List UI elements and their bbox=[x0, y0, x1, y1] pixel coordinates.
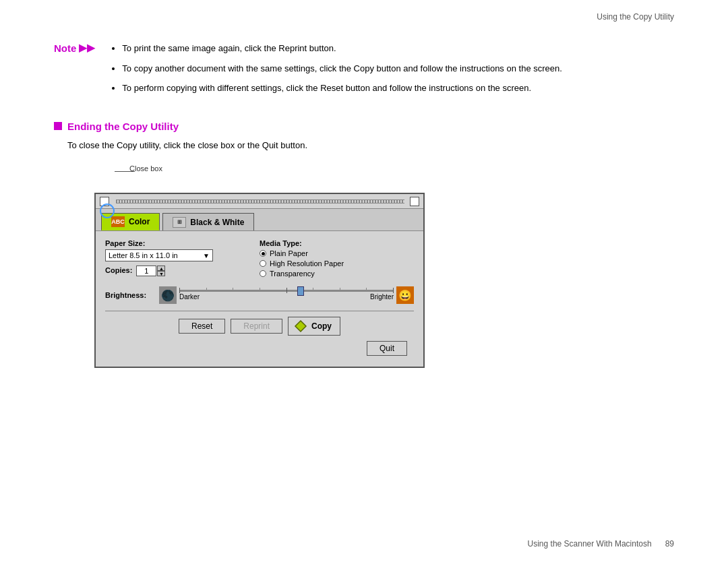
quit-row: Quit bbox=[105, 341, 414, 358]
note-block: Note ▶▶ To print the same image again, c… bbox=[54, 42, 674, 102]
radio-high-resolution[interactable]: High Resolution Paper bbox=[260, 259, 414, 268]
tab-bw-icon: ⊞ bbox=[173, 217, 186, 228]
brightness-bright-icon: 😀 bbox=[396, 286, 414, 304]
paper-size-label: Paper Size: bbox=[105, 239, 260, 247]
radio-high-resolution-label: High Resolution Paper bbox=[270, 259, 344, 268]
radio-transparency-label: Transparency bbox=[270, 270, 315, 278]
copies-spinner: ▲ ▼ bbox=[157, 266, 165, 276]
brightness-slider-container: Darker Brighter bbox=[179, 290, 394, 301]
radio-plain-paper-label: Plain Paper bbox=[270, 249, 308, 257]
note-bullet-3: To perform copying with different settin… bbox=[122, 82, 562, 95]
media-type-radio-group: Plain Paper High Resolution Paper Transp… bbox=[260, 249, 414, 278]
darker-label: Darker bbox=[179, 293, 200, 301]
section-body: To close the Copy utility, click the clo… bbox=[54, 139, 674, 153]
win-divider bbox=[105, 311, 414, 311]
note-content: To print the same image again, click the… bbox=[110, 42, 562, 102]
copies-input[interactable]: 1 bbox=[136, 266, 156, 276]
radio-transparency-circle bbox=[260, 270, 266, 277]
win-body: Paper Size: Letter 8.5 in x 11.0 in ▼ Co… bbox=[96, 231, 423, 367]
note-bullet-2: To copy another document with the same s… bbox=[122, 62, 562, 75]
brightness-labels: Darker Brighter bbox=[179, 293, 394, 301]
radio-high-resolution-circle bbox=[260, 260, 266, 267]
copy-diamond-icon bbox=[294, 319, 307, 333]
section-title: Ending the Copy Utility bbox=[67, 121, 179, 132]
svg-marker-0 bbox=[295, 321, 306, 332]
section-square-icon bbox=[54, 122, 62, 130]
section-heading: Ending the Copy Utility bbox=[54, 121, 674, 132]
mac-titlebar bbox=[96, 194, 423, 209]
tab-bw[interactable]: ⊞ Black & White bbox=[162, 213, 254, 230]
brightness-dark-icon: 🌑 bbox=[159, 286, 177, 304]
note-arrows: ▶▶ bbox=[79, 42, 95, 54]
media-type-col: Media Type: Plain Paper High Resolution … bbox=[260, 239, 414, 280]
mac-zoom-button[interactable] bbox=[410, 197, 419, 206]
brightness-track bbox=[179, 290, 394, 292]
footer-page: 89 bbox=[665, 539, 674, 549]
copies-row: Copies: 1 ▲ ▼ bbox=[105, 266, 260, 276]
titlebar-spacer bbox=[116, 199, 404, 204]
paper-size-select[interactable]: Letter 8.5 in x 11.0 in ▼ bbox=[105, 249, 213, 261]
reprint-button[interactable]: Reprint bbox=[231, 319, 282, 334]
reset-button[interactable]: Reset bbox=[179, 319, 225, 334]
quit-button[interactable]: Quit bbox=[367, 341, 407, 356]
header-text: Using the Copy Utility bbox=[597, 12, 674, 22]
footer-left: Using the Scanner With Macintosh bbox=[528, 539, 652, 549]
copies-down-button[interactable]: ▼ bbox=[157, 271, 165, 276]
copy-button[interactable]: Copy bbox=[288, 317, 340, 336]
page-footer: Using the Scanner With Macintosh 89 bbox=[0, 532, 728, 549]
paper-size-arrow: ▼ bbox=[203, 252, 210, 259]
media-type-label: Media Type: bbox=[260, 239, 414, 247]
tab-bar: ABC Color ⊞ Black & White bbox=[96, 209, 423, 231]
radio-transparency[interactable]: Transparency bbox=[260, 270, 414, 278]
tab-color[interactable]: ABC Color bbox=[101, 213, 160, 230]
diamond-svg bbox=[294, 319, 307, 333]
tab-bw-label: Black & White bbox=[190, 218, 244, 227]
brightness-label: Brightness: bbox=[105, 291, 159, 299]
radio-plain-paper-circle bbox=[260, 250, 266, 257]
copy-button-label: Copy bbox=[311, 321, 332, 331]
copies-label: Copies: bbox=[105, 266, 132, 274]
note-word: Note bbox=[54, 42, 76, 54]
note-label: Note ▶▶ bbox=[54, 42, 98, 54]
bottom-buttons-row: Reset Reprint Copy bbox=[105, 317, 414, 336]
mac-close-button[interactable] bbox=[100, 197, 109, 206]
page-header: Using the Copy Utility bbox=[0, 0, 728, 22]
note-bullet-1: To print the same image again, click the… bbox=[122, 42, 562, 55]
tab-color-icon: ABC bbox=[111, 216, 125, 227]
brighter-label: Brighter bbox=[370, 293, 394, 301]
brightness-row: Brightness: 🌑 bbox=[105, 286, 414, 304]
close-box-line bbox=[115, 171, 135, 172]
paper-media-row: Paper Size: Letter 8.5 in x 11.0 in ▼ Co… bbox=[105, 239, 414, 280]
screenshot-area: Close box ABC Color bbox=[94, 164, 445, 368]
tab-color-label: Color bbox=[129, 217, 150, 226]
copies-up-button[interactable]: ▲ bbox=[157, 266, 165, 271]
radio-plain-paper[interactable]: Plain Paper bbox=[260, 249, 414, 257]
paper-size-value: Letter 8.5 in x 11.0 in bbox=[109, 251, 178, 259]
mac-window: ABC Color ⊞ Black & White Paper Size: bbox=[94, 193, 425, 368]
paper-size-col: Paper Size: Letter 8.5 in x 11.0 in ▼ Co… bbox=[105, 239, 260, 276]
